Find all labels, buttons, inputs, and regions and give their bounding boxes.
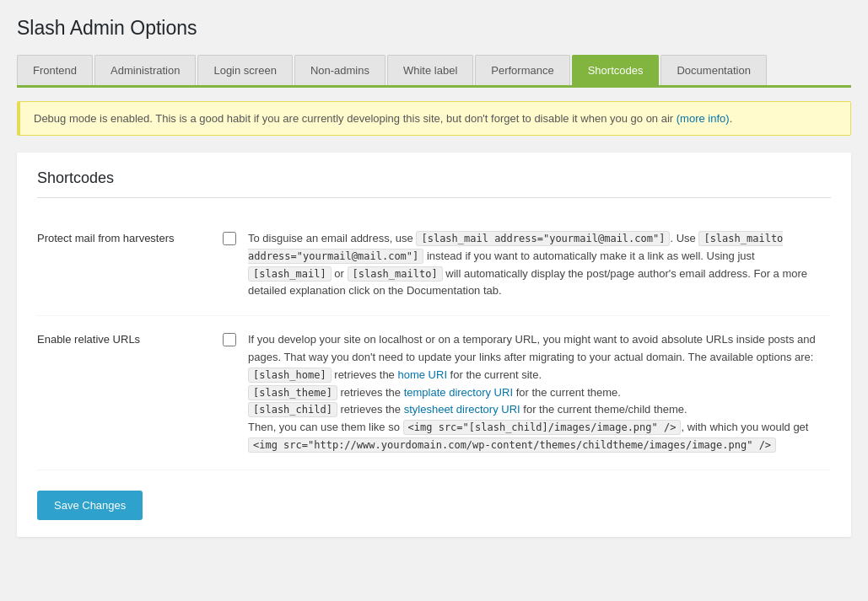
tab-non-admins[interactable]: Non-admins — [294, 55, 385, 85]
tab-documentation[interactable]: Documentation — [660, 55, 766, 85]
notice-text-end: . — [730, 112, 733, 125]
notice-text: Debug mode is enabled. This is a good ha… — [34, 112, 677, 125]
stylesheet-directory-uri-link[interactable]: stylesheet directory URI — [404, 403, 520, 416]
tab-login-screen[interactable]: Login screen — [197, 55, 292, 85]
tab-administration[interactable]: Administration — [94, 55, 196, 85]
home-uri-link[interactable]: home URI — [397, 368, 447, 381]
save-button[interactable]: Save Changes — [37, 491, 143, 520]
option-row-protect-mail: Protect mail from harvesters To disguise… — [37, 215, 831, 316]
checkbox-protect-mail-wrapper — [223, 230, 248, 248]
checkbox-enable-relative-urls-wrapper — [223, 331, 248, 349]
option-description-enable-relative-urls: If you develop your site on localhost or… — [248, 331, 831, 454]
notice-link[interactable]: (more info) — [677, 112, 730, 125]
template-directory-uri-link[interactable]: template directory URI — [404, 386, 513, 399]
tab-white-label[interactable]: White label — [387, 55, 473, 85]
tabs-container: Frontend Administration Login screen Non… — [17, 55, 851, 88]
page-title: Slash Admin Options — [17, 17, 851, 40]
notice-box: Debug mode is enabled. This is a good ha… — [17, 101, 851, 136]
main-content: Shortcodes Protect mail from harvesters … — [17, 153, 851, 537]
section-title: Shortcodes — [37, 169, 831, 198]
option-label-protect-mail: Protect mail from harvesters — [37, 230, 223, 244]
option-label-enable-relative-urls: Enable relative URLs — [37, 331, 223, 346]
option-description-protect-mail: To disguise an email address, use [slash… — [248, 230, 831, 300]
option-row-enable-relative-urls: Enable relative URLs If you develop your… — [37, 316, 831, 470]
checkbox-protect-mail[interactable] — [223, 232, 236, 245]
checkbox-enable-relative-urls[interactable] — [223, 333, 236, 346]
tab-frontend[interactable]: Frontend — [17, 55, 93, 85]
tab-shortcodes[interactable]: Shortcodes — [572, 55, 660, 85]
tab-performance[interactable]: Performance — [475, 55, 569, 85]
